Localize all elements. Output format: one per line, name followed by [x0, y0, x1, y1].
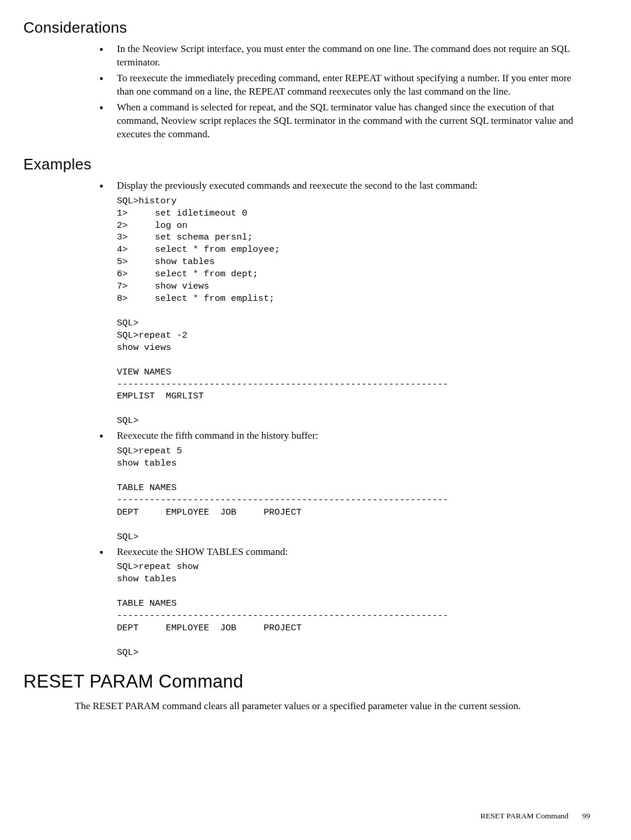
considerations-list: In the Neoview Script interface, you mus…	[99, 43, 590, 141]
footer-page-number: 99	[583, 811, 591, 820]
reset-param-heading: RESET PARAM Command	[23, 669, 590, 694]
example-text: Display the previously executed commands…	[117, 180, 477, 191]
footer-label: RESET PARAM Command	[480, 811, 568, 820]
example-code: SQL>repeat 5 show tables TABLE NAMES ---…	[117, 445, 590, 543]
example-item: Reexecute the SHOW TABLES command: SQL>r…	[82, 546, 590, 659]
example-code: SQL>history 1> set idletimeout 0 2> log …	[117, 195, 590, 428]
examples-heading: Examples	[23, 154, 590, 175]
example-text: Reexecute the SHOW TABLES command:	[117, 546, 288, 557]
considerations-item: When a command is selected for repeat, a…	[99, 101, 590, 141]
example-text: Reexecute the fifth command in the histo…	[117, 430, 318, 441]
page-footer: RESET PARAM Command 99	[480, 811, 590, 821]
reset-param-body: The RESET PARAM command clears all param…	[75, 700, 590, 713]
considerations-item: In the Neoview Script interface, you mus…	[99, 43, 590, 70]
considerations-heading: Considerations	[23, 18, 590, 38]
considerations-item: To reexecute the immediately preceding c…	[99, 72, 590, 99]
example-item: Display the previously executed commands…	[82, 179, 590, 427]
example-code: SQL>repeat show show tables TABLE NAMES …	[117, 561, 590, 658]
example-item: Reexecute the fifth command in the histo…	[82, 429, 590, 543]
examples-list: Display the previously executed commands…	[82, 179, 590, 659]
